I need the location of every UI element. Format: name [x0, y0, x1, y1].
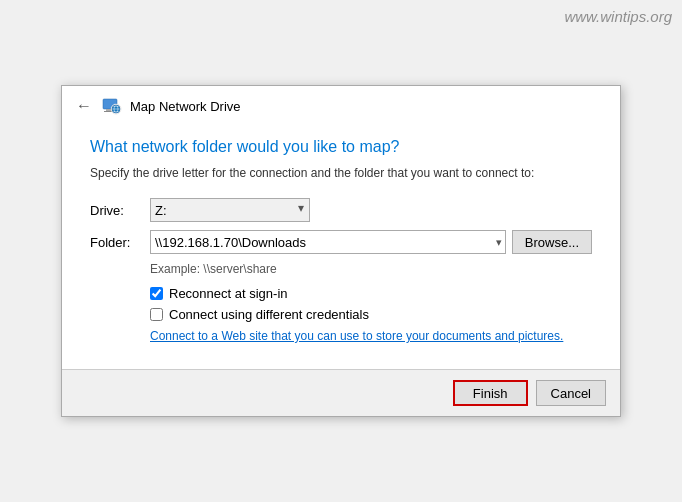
dialog-body: What network folder would you like to ma… — [62, 122, 620, 359]
folder-input-container: ▾ — [150, 230, 506, 254]
folder-row: Folder: ▾ Browse... — [90, 230, 592, 254]
back-button[interactable]: ← — [76, 97, 92, 115]
folder-label: Folder: — [90, 235, 150, 250]
cancel-button[interactable]: Cancel — [536, 380, 606, 406]
web-link-row: Connect to a Web site that you can use t… — [150, 328, 592, 343]
different-credentials-checkbox[interactable] — [150, 308, 163, 321]
different-creds-row: Connect using different credentials — [150, 307, 592, 322]
drive-row: Drive: Z: — [90, 198, 592, 222]
subtitle-text: Specify the drive letter for the connect… — [90, 166, 592, 180]
network-drive-icon — [102, 96, 122, 116]
reconnect-row: Reconnect at sign-in — [150, 286, 592, 301]
example-text: Example: \\server\share — [150, 262, 592, 276]
main-question: What network folder would you like to ma… — [90, 138, 592, 156]
dialog-footer: Finish Cancel — [62, 369, 620, 416]
folder-input[interactable] — [150, 230, 506, 254]
drive-label: Drive: — [90, 203, 150, 218]
dialog-window: ← Map Network Drive What network folder … — [61, 85, 621, 417]
web-site-link[interactable]: Connect to a Web site that you can use t… — [150, 329, 563, 343]
browse-button[interactable]: Browse... — [512, 230, 592, 254]
dialog-title: Map Network Drive — [130, 99, 241, 114]
folder-input-wrapper: ▾ Browse... — [150, 230, 592, 254]
drive-select[interactable]: Z: — [150, 198, 310, 222]
reconnect-label[interactable]: Reconnect at sign-in — [169, 286, 288, 301]
titlebar: ← Map Network Drive — [62, 86, 620, 122]
finish-button[interactable]: Finish — [453, 380, 528, 406]
reconnect-checkbox[interactable] — [150, 287, 163, 300]
drive-select-wrapper: Z: — [150, 198, 310, 222]
watermark: www.wintips.org — [564, 8, 672, 25]
different-credentials-label[interactable]: Connect using different credentials — [169, 307, 369, 322]
